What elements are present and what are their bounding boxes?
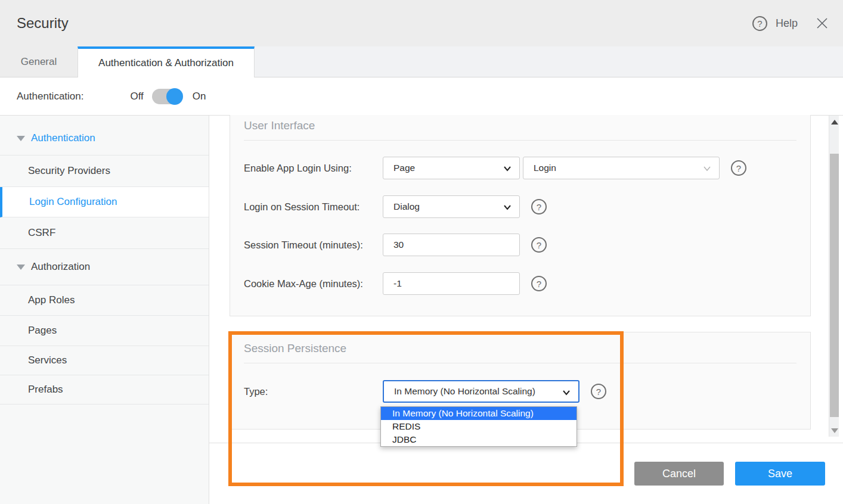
enable-app-login-select[interactable]: Page <box>383 157 520 179</box>
help-circle-icon[interactable]: ? <box>752 16 767 31</box>
page-title: Security <box>17 15 69 32</box>
sidebar-item-label: Pages <box>28 325 57 337</box>
select-value: Login <box>534 163 556 173</box>
sidebar-item-label: Prefabs <box>28 384 63 396</box>
dropdown-option-jdbc[interactable]: JDBC <box>381 433 577 446</box>
chevron-down-icon <box>503 164 512 173</box>
field-row-type: Type: In Memory (No Horizontal Scaling) … <box>244 380 796 403</box>
section-divider <box>244 363 796 363</box>
sidebar-item-security-providers[interactable]: Security Providers <box>0 155 209 187</box>
sidebar-item-csrf[interactable]: CSRF <box>0 217 209 249</box>
sidebar-item-label: Login Configuration <box>29 196 117 208</box>
authentication-label: Authentication: <box>17 91 83 102</box>
select-value: Page <box>393 163 415 173</box>
sidebar-group-label: Authentication <box>31 132 95 144</box>
help-circle-icon[interactable]: ? <box>591 384 606 399</box>
scroll-up-arrow-icon[interactable] <box>831 120 838 125</box>
field-label: Login on Session Timeout: <box>244 201 383 213</box>
help-circle-icon[interactable]: ? <box>531 237 547 253</box>
sidebar-group-label: Authorization <box>31 261 90 273</box>
settings-content: User Interface Enable App Login Using: P… <box>209 116 843 504</box>
sidebar-item-services[interactable]: Services <box>0 346 209 375</box>
type-select-dropdown: In Memory (No Horizontal Scaling) REDIS … <box>380 406 577 447</box>
cookie-max-age-input[interactable] <box>393 273 519 294</box>
scroll-down-arrow-icon[interactable] <box>831 428 838 433</box>
select-value: Dialog <box>393 201 420 212</box>
field-row-login-session-timeout: Login on Session Timeout: Dialog ? <box>244 195 796 218</box>
save-button[interactable]: Save <box>735 462 825 486</box>
toggle-off-label: Off <box>130 91 143 102</box>
field-label: Cookie Max-Age (minutes): <box>244 278 383 290</box>
help-link[interactable]: Help <box>776 17 798 30</box>
help-circle-icon[interactable]: ? <box>731 160 746 176</box>
dropdown-option-redis[interactable]: REDIS <box>381 420 577 433</box>
sidebar-item-pages[interactable]: Pages <box>0 316 209 346</box>
chevron-down-icon <box>702 164 712 173</box>
authentication-toggle[interactable] <box>152 89 182 104</box>
sidebar-item-label: Security Providers <box>28 165 110 177</box>
dialog-header: Security ? Help <box>0 0 843 46</box>
sidebar-group-authorization[interactable]: Authorization <box>0 249 209 285</box>
field-label: Enable App Login Using: <box>244 163 383 174</box>
caret-down-icon <box>17 265 25 270</box>
login-session-timeout-select[interactable]: Dialog <box>383 195 520 218</box>
toggle-knob <box>166 88 183 105</box>
section-title: User Interface <box>244 115 796 132</box>
field-row-enable-app-login: Enable App Login Using: Page Login ? <box>244 157 796 179</box>
sidebar-group-authentication[interactable]: Authentication <box>0 116 209 155</box>
user-interface-section: User Interface Enable App Login Using: P… <box>230 115 811 316</box>
field-label: Session Timeout (minutes): <box>244 239 383 251</box>
session-timeout-input[interactable] <box>393 234 519 256</box>
caret-down-icon <box>17 136 25 141</box>
section-title: Session Persistence <box>244 332 796 355</box>
session-timeout-field-wrap <box>383 234 520 256</box>
help-circle-icon[interactable]: ? <box>531 276 547 291</box>
login-page-select[interactable]: Login <box>523 157 720 179</box>
tab-bar-filler <box>255 46 843 77</box>
session-persistence-type-select[interactable]: In Memory (No Horizontal Scaling) <box>383 380 579 403</box>
dropdown-option-in-memory[interactable]: In Memory (No Horizontal Scaling) <box>381 407 577 420</box>
field-label: Type: <box>244 386 383 397</box>
field-row-session-timeout: Session Timeout (minutes): ? <box>244 234 796 256</box>
authentication-toggle-row: Authentication: Off On <box>0 77 843 116</box>
field-row-cookie-max-age: Cookie Max-Age (minutes): ? <box>244 272 796 295</box>
sidebar-item-app-roles[interactable]: App Roles <box>0 285 209 316</box>
close-icon[interactable] <box>814 15 830 31</box>
sidebar-item-label: App Roles <box>28 294 75 306</box>
tab-authentication-authorization[interactable]: Authentication & Authorization <box>78 46 255 77</box>
cancel-button[interactable]: Cancel <box>634 462 724 486</box>
content-scrollbar[interactable] <box>829 116 839 437</box>
sidebar-item-login-configuration[interactable]: Login Configuration <box>0 187 209 217</box>
sidebar-item-label: CSRF <box>28 227 55 239</box>
settings-sidebar: Authentication Security Providers Login … <box>0 116 209 504</box>
sidebar-item-prefabs[interactable]: Prefabs <box>0 375 209 405</box>
section-divider <box>244 140 796 141</box>
chevron-down-icon <box>562 388 571 397</box>
tab-general[interactable]: General <box>0 46 78 77</box>
help-circle-icon[interactable]: ? <box>531 199 547 214</box>
tab-bar: General Authentication & Authorization <box>0 46 843 77</box>
toggle-on-label: On <box>193 91 206 102</box>
chevron-down-icon <box>503 203 512 212</box>
cookie-max-age-field-wrap <box>383 272 520 295</box>
scrollbar-thumb[interactable] <box>830 154 839 417</box>
select-value: In Memory (No Horizontal Scaling) <box>394 386 535 397</box>
sidebar-item-label: Services <box>28 354 67 366</box>
